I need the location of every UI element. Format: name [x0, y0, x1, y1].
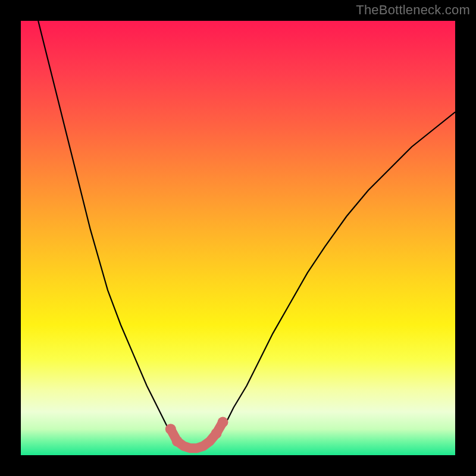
chart-stage: TheBottleneck.com — [0, 0, 476, 476]
highlight-dots — [165, 417, 228, 447]
watermark-text: TheBottleneck.com — [356, 2, 470, 18]
bottleneck-curve — [38, 21, 455, 449]
plot-area — [21, 21, 455, 455]
highlight-dot — [172, 436, 183, 447]
curve-layer — [21, 21, 455, 455]
highlight-dot — [211, 428, 222, 439]
highlight-dot — [165, 424, 176, 434]
highlight-dot — [218, 417, 228, 428]
